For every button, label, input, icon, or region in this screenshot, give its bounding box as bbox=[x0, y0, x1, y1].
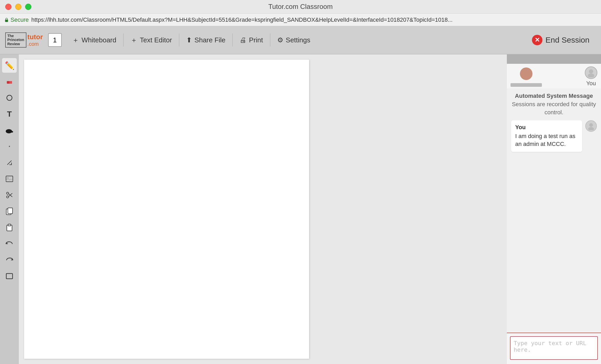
ink-tool[interactable] bbox=[2, 123, 17, 138]
whiteboard-button[interactable]: ＋ Whiteboard bbox=[67, 33, 122, 47]
redo-tool[interactable] bbox=[2, 253, 17, 267]
tutor-logo: tutor .com bbox=[27, 33, 43, 47]
princeton-logo: The Princeton Review bbox=[5, 32, 26, 48]
svg-point-8 bbox=[7, 192, 9, 194]
title-bar: Tutor.com Classroom bbox=[0, 0, 601, 14]
share-icon: ⬆ bbox=[186, 36, 192, 44]
tutor-avatar bbox=[520, 67, 532, 80]
end-session-label: End Session bbox=[546, 36, 589, 44]
url-text[interactable]: https://lhh.tutor.com/Classroom/HTML5/De… bbox=[31, 16, 453, 23]
system-message-title: Automated System Message bbox=[511, 93, 597, 99]
chat-avatar bbox=[585, 120, 597, 132]
chat-header bbox=[507, 54, 601, 64]
svg-rect-0 bbox=[5, 19, 8, 22]
separator-2 bbox=[179, 33, 179, 47]
svg-point-5 bbox=[11, 131, 13, 133]
whiteboard-label: Whiteboard bbox=[82, 36, 116, 44]
you-label: You bbox=[586, 80, 596, 87]
svg-rect-13 bbox=[8, 224, 11, 226]
traffic-lights bbox=[5, 4, 31, 10]
separator-1 bbox=[123, 33, 124, 47]
lock-icon bbox=[4, 18, 9, 22]
separator-4 bbox=[270, 33, 270, 47]
avatars-row: You bbox=[507, 64, 601, 88]
rectangle-tool[interactable] bbox=[2, 269, 17, 283]
svg-point-17 bbox=[589, 69, 593, 73]
whiteboard-canvas[interactable] bbox=[24, 60, 309, 359]
chat-panel: You Automated System Message Sessions ar… bbox=[507, 54, 601, 364]
chat-message-content: You I am doing a test run as an admin at… bbox=[511, 120, 582, 152]
scissors-tool[interactable] bbox=[2, 188, 17, 202]
print-label: Print bbox=[249, 36, 263, 44]
svg-point-16 bbox=[523, 74, 530, 79]
eraser-tool[interactable] bbox=[2, 74, 17, 89]
tutor-name-blurred bbox=[511, 83, 542, 87]
system-message-body: Sessions are recorded for quality contro… bbox=[511, 100, 597, 117]
address-bar: Secure https://lhh.tutor.com/Classroom/H… bbox=[0, 14, 601, 26]
print-button[interactable]: 🖨 Print bbox=[234, 33, 268, 47]
end-session-button[interactable]: ✕ End Session bbox=[526, 31, 596, 49]
settings-button[interactable]: ⚙ Settings bbox=[272, 33, 316, 47]
maximize-button[interactable] bbox=[25, 4, 31, 10]
undo-tool[interactable] bbox=[2, 236, 17, 251]
text-editor-button[interactable]: ＋ Text Editor bbox=[125, 33, 177, 47]
svg-point-19 bbox=[589, 123, 593, 127]
plus-icon-2: ＋ bbox=[131, 36, 137, 45]
share-file-label: Share File bbox=[195, 36, 226, 44]
svg-point-18 bbox=[588, 73, 594, 77]
window-title: Tutor.com Classroom bbox=[268, 3, 333, 11]
text-editor-label: Text Editor bbox=[140, 36, 172, 44]
minimize-button[interactable] bbox=[15, 4, 21, 10]
paste-tool[interactable] bbox=[2, 220, 17, 235]
chat-message-user: You I am doing a test run as an admin at… bbox=[511, 120, 597, 152]
tools-panel: ✏️ T • bbox=[0, 54, 19, 364]
circle-tool[interactable] bbox=[2, 90, 17, 105]
share-file-button[interactable]: ⬆ Share File bbox=[181, 33, 231, 47]
chat-text: I am doing a test run as an admin at MCC… bbox=[515, 132, 578, 149]
secure-label: Secure bbox=[10, 16, 29, 23]
secure-badge: Secure bbox=[4, 16, 29, 23]
chat-sender: You bbox=[515, 124, 578, 131]
svg-point-9 bbox=[7, 196, 9, 198]
dot-tool[interactable]: • bbox=[2, 139, 17, 154]
pencil-tool[interactable]: ✏️ bbox=[2, 58, 17, 73]
svg-point-3 bbox=[7, 95, 12, 100]
chat-input-area bbox=[507, 333, 601, 364]
page-indicator: 1 bbox=[48, 33, 62, 47]
system-message: Automated System Message Sessions are re… bbox=[511, 93, 597, 117]
settings-icon: ⚙ bbox=[277, 36, 283, 44]
close-button[interactable] bbox=[5, 4, 12, 10]
chat-messages: Automated System Message Sessions are re… bbox=[507, 88, 601, 333]
copy-tool[interactable] bbox=[2, 204, 17, 219]
main-area: ✏️ T • bbox=[0, 54, 601, 364]
svg-rect-14 bbox=[6, 274, 13, 279]
you-avatar-area: You bbox=[585, 66, 597, 87]
svg-rect-2 bbox=[9, 81, 12, 84]
svg-point-15 bbox=[524, 70, 529, 75]
resize-tool[interactable] bbox=[2, 155, 17, 170]
logo-area: The Princeton Review tutor .com bbox=[5, 32, 43, 48]
svg-rect-6 bbox=[6, 176, 13, 182]
separator-3 bbox=[232, 33, 233, 47]
svg-point-20 bbox=[588, 127, 594, 130]
image-tool[interactable] bbox=[2, 172, 17, 186]
text-tool[interactable]: T bbox=[2, 107, 17, 121]
chat-input[interactable] bbox=[510, 336, 598, 360]
toolbar: The Princeton Review tutor .com 1 ＋ Whit… bbox=[0, 26, 601, 54]
x-circle-icon: ✕ bbox=[532, 35, 542, 45]
svg-rect-11 bbox=[8, 208, 13, 214]
print-icon: 🖨 bbox=[240, 36, 246, 44]
plus-icon: ＋ bbox=[72, 36, 79, 45]
svg-point-4 bbox=[6, 129, 12, 133]
svg-point-7 bbox=[7, 177, 9, 179]
you-avatar bbox=[585, 66, 597, 79]
settings-label: Settings bbox=[286, 36, 310, 44]
